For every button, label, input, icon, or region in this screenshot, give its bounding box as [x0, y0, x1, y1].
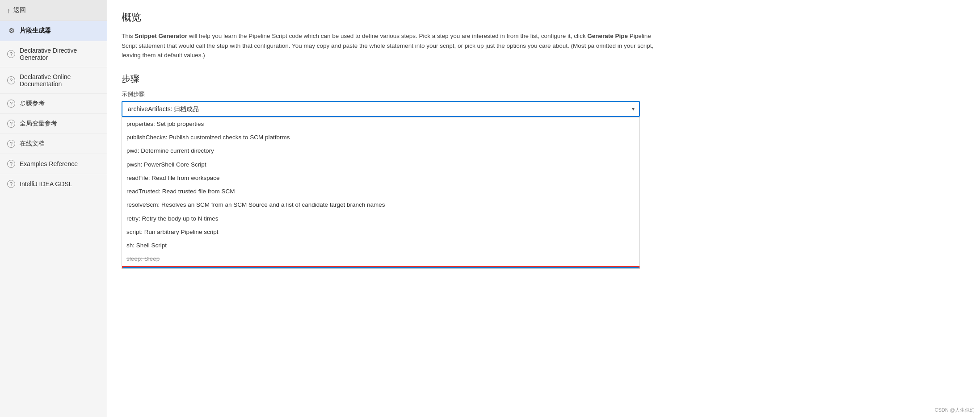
steps-dropdown[interactable]: archiveArtifacts: 归档成品 — [122, 101, 640, 117]
sidebar-item-online-docs[interactable]: ?在线文档 — [0, 134, 107, 154]
dropdown-wrapper: archiveArtifacts: 归档成品 ▾ — [122, 101, 640, 117]
sidebar-item-global-var-reference[interactable]: ?全局变量参考 — [0, 114, 107, 134]
sidebar-item-label: 全局变量参考 — [20, 120, 57, 128]
sidebar-item-label: Examples Reference — [20, 160, 78, 167]
gear-icon: ⚙ — [7, 27, 15, 35]
steps-title: 步骤 — [122, 73, 966, 85]
sidebar-item-label: IntelliJ IDEA GDSL — [20, 180, 72, 188]
sidebar-item-declarative-directive[interactable]: ?Declarative Directive Generator — [0, 41, 107, 67]
sidebar-item-label: Declarative Directive Generator — [20, 47, 100, 61]
list-item[interactable]: retry: Retry the body up to N times — [122, 212, 639, 225]
description-bold: Snippet Generator — [135, 33, 187, 39]
generate-label: Generate Pipe — [587, 33, 628, 39]
sidebar-item-declarative-docs[interactable]: ?Declarative Online Documentation — [0, 67, 107, 94]
gear-icon: ? — [7, 120, 15, 128]
sidebar-item-examples-reference[interactable]: ?Examples Reference — [0, 154, 107, 174]
back-icon: ↑ — [7, 7, 11, 14]
gear-icon: ? — [7, 50, 15, 58]
sidebar-item-label: 在线文档 — [20, 140, 45, 148]
example-steps-label: 示例步骤 — [122, 90, 966, 98]
list-item[interactable]: sh: Shell Script — [122, 239, 639, 252]
back-button[interactable]: ↑ 返回 — [0, 0, 107, 21]
watermark: CSDN @人生似幻 — [935, 407, 975, 413]
page-title: 概览 — [122, 11, 966, 24]
back-label: 返回 — [13, 6, 26, 14]
list-item[interactable]: properties: Set job properties — [122, 117, 639, 131]
list-item[interactable]: sshPublisher: Send build artifacts over … — [122, 266, 639, 269]
list-item[interactable]: pwsh: PowerShell Core Script — [122, 158, 639, 171]
list-item[interactable]: publishChecks: Publish customized checks… — [122, 131, 639, 144]
list-item[interactable]: sleep: Sleep — [122, 252, 639, 266]
sidebar: ↑ 返回 ⚙片段生成器?Declarative Directive Genera… — [0, 0, 107, 417]
sidebar-item-label: Declarative Online Documentation — [20, 73, 100, 88]
list-item[interactable]: script: Run arbitrary Pipeline script — [122, 225, 639, 239]
list-item[interactable]: pwd: Determine current directory — [122, 144, 639, 158]
sidebar-item-intellij-gdsl[interactable]: ?IntelliJ IDEA GDSL — [0, 174, 107, 194]
gear-icon: ? — [7, 160, 15, 168]
list-item[interactable]: readTrusted: Read trusted file from SCM — [122, 185, 639, 198]
steps-listbox[interactable]: properties: Set job propertiespublishChe… — [122, 117, 640, 269]
gear-icon: ? — [7, 100, 15, 108]
sidebar-item-label: 片段生成器 — [20, 27, 51, 35]
sidebar-item-step-reference[interactable]: ?步骤参考 — [0, 94, 107, 114]
gear-icon: ? — [7, 140, 15, 148]
gear-icon: ? — [7, 180, 15, 188]
description: This Snippet Generator will help you lea… — [122, 31, 658, 60]
sidebar-item-label: 步骤参考 — [20, 100, 45, 108]
main-content: 概览 This Snippet Generator will help you … — [107, 0, 980, 417]
list-item[interactable]: readFile: Read file from workspace — [122, 171, 639, 185]
gear-icon: ? — [7, 76, 15, 84]
list-item[interactable]: resolveScm: Resolves an SCM from an SCM … — [122, 198, 639, 212]
sidebar-item-snippet-generator[interactable]: ⚙片段生成器 — [0, 21, 107, 41]
